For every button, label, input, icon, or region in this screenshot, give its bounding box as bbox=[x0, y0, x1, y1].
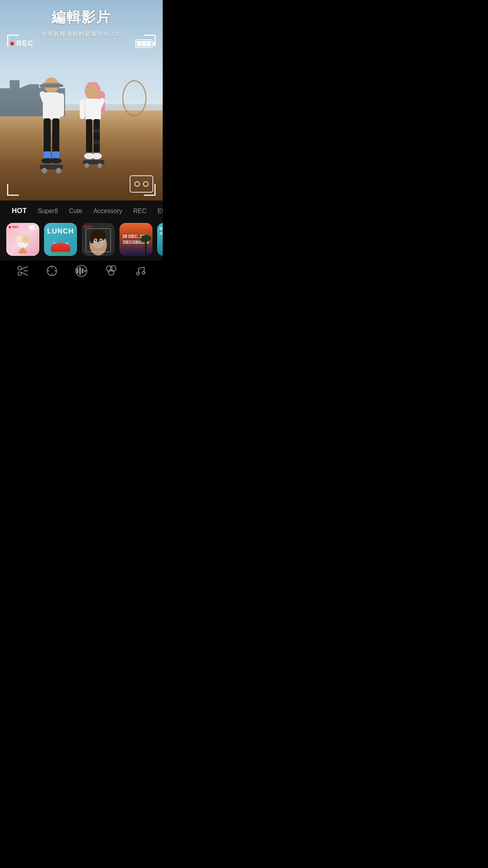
sub-title: 使用各種邊框輕鬆製作VLOG bbox=[8, 30, 155, 38]
scene-ferris-wheel bbox=[122, 80, 147, 116]
filter-item-4[interactable]: 28 DEC. 2099 DEC/28/2099 bbox=[119, 223, 152, 256]
app-container: 編輯影片 使用各種邊框輕鬆製作VLOG REC bbox=[0, 0, 163, 289]
svg-rect-68 bbox=[84, 270, 86, 272]
svg-marker-33 bbox=[18, 247, 28, 254]
filter-row: REC bbox=[0, 220, 163, 261]
svg-point-14 bbox=[56, 168, 61, 173]
tab-hot[interactable]: HOT bbox=[6, 205, 32, 217]
filter-item-1[interactable]: REC bbox=[6, 223, 39, 256]
tab-rec[interactable]: REC bbox=[128, 206, 152, 216]
category-tabs: HOT Super8 Cute Accessory REC Effe bbox=[0, 200, 163, 220]
main-title: 編輯影片 bbox=[8, 8, 155, 27]
filter-2-lunch: LUNCH bbox=[44, 228, 77, 235]
effects-button[interactable] bbox=[105, 265, 117, 277]
filter-item-5[interactable]: 08:25 AM DEC/28/2099 bbox=[157, 223, 163, 256]
svg-rect-22 bbox=[94, 119, 100, 153]
svg-point-13 bbox=[42, 168, 47, 173]
music-button[interactable] bbox=[134, 265, 147, 277]
svg-point-17 bbox=[86, 85, 99, 99]
svg-point-32 bbox=[22, 235, 30, 243]
tab-effe[interactable]: Effe bbox=[152, 206, 163, 216]
filter-1-rec: REC bbox=[9, 225, 19, 229]
svg-point-29 bbox=[97, 163, 102, 168]
tab-super8[interactable]: Super8 bbox=[32, 206, 64, 216]
svg-point-26 bbox=[92, 153, 102, 159]
svg-rect-66 bbox=[79, 267, 81, 275]
tab-accessory[interactable]: Accessory bbox=[88, 206, 128, 216]
svg-point-11 bbox=[50, 158, 62, 164]
filter-1-rectext: REC bbox=[12, 225, 19, 229]
photo-area: 編輯影片 使用各種邊框輕鬆製作VLOG REC bbox=[0, 0, 163, 200]
cut-button[interactable] bbox=[16, 265, 29, 277]
filter-2-watermelon bbox=[51, 243, 70, 254]
svg-rect-24 bbox=[94, 140, 100, 144]
person-left bbox=[36, 74, 67, 177]
svg-point-28 bbox=[84, 163, 89, 168]
bottom-nav: HOT Super8 Cute Accessory REC Effe REC bbox=[0, 200, 163, 283]
person-right bbox=[78, 82, 108, 177]
timer-button[interactable] bbox=[46, 265, 58, 277]
filter-2-rind bbox=[51, 252, 70, 254]
svg-rect-67 bbox=[82, 268, 84, 273]
svg-rect-20 bbox=[80, 99, 85, 119]
svg-rect-6 bbox=[44, 118, 51, 154]
filter-item-3[interactable]: REC bbox=[82, 223, 115, 256]
filter-1-reddot bbox=[9, 226, 11, 228]
audio-button[interactable] bbox=[75, 265, 88, 277]
tab-cute[interactable]: Cute bbox=[64, 206, 88, 216]
filter-5-time: 08:25 AM DEC/28/2099 bbox=[160, 226, 163, 236]
filter-1-battery bbox=[29, 225, 37, 230]
svg-line-57 bbox=[21, 267, 28, 269]
svg-rect-2 bbox=[40, 85, 63, 87]
filter-item-2[interactable]: LUNCH 12:35 AM bbox=[44, 223, 77, 256]
svg-rect-5 bbox=[59, 93, 64, 117]
filter-3-bracket bbox=[86, 228, 111, 252]
svg-rect-7 bbox=[52, 118, 59, 154]
bottom-toolbar bbox=[0, 261, 163, 283]
svg-line-58 bbox=[21, 272, 28, 275]
svg-rect-65 bbox=[77, 268, 79, 273]
svg-rect-21 bbox=[86, 119, 92, 153]
svg-rect-23 bbox=[94, 129, 100, 132]
title-overlay: 編輯影片 使用各種邊框輕鬆製作VLOG bbox=[0, 0, 163, 38]
